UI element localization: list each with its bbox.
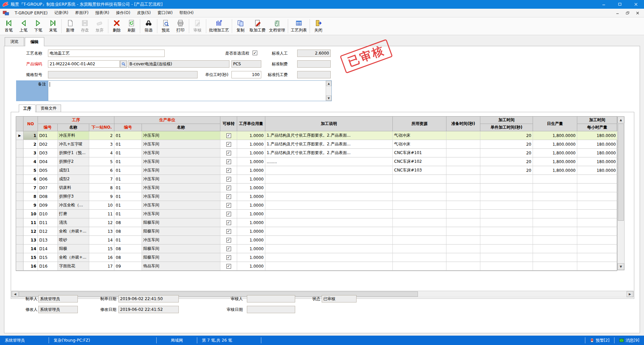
col-header-desc[interactable]: 加工说明 bbox=[265, 117, 393, 131]
toolbar-process-list-button[interactable]: 工艺列表 bbox=[289, 18, 309, 34]
status-message[interactable]: 消息[9] bbox=[614, 336, 644, 345]
col-header-unit-proc-time[interactable]: 单件加工时间(秒) bbox=[480, 124, 533, 131]
movable-checkbox[interactable]: ✓ bbox=[226, 168, 231, 173]
table-row[interactable]: 16D16字面批花1709饰品车间✓1.0000 bbox=[16, 262, 617, 271]
table-row[interactable]: 7D07切废料801冲压车间✓1.0000 bbox=[16, 184, 617, 192]
preferred-flow-checkbox[interactable]: ✓ bbox=[253, 51, 257, 55]
product-code-lookup-button[interactable] bbox=[120, 60, 127, 68]
col-group-proc-time[interactable]: 加工时间 bbox=[480, 117, 533, 124]
toolbar-new-button[interactable]: 新增 bbox=[63, 18, 77, 34]
table-row[interactable]: 5D05成型1601冲压车间✓1.0000CNC车床#103201,800.00… bbox=[16, 166, 617, 175]
col-group-process[interactable]: 工序 bbox=[38, 117, 114, 124]
scroll-right-icon[interactable]: ▶ bbox=[627, 291, 633, 297]
table-row[interactable]: 14D14阳极1508阳极车间✓1.0000 bbox=[16, 245, 617, 253]
col-header-hourly-output[interactable]: 每小时产量 bbox=[577, 124, 618, 131]
movable-checkbox[interactable]: ✓ bbox=[226, 142, 231, 147]
toolbar-nav-last-button[interactable]: 末笔 bbox=[46, 18, 60, 34]
col-header-unit-usage[interactable]: 工序单位用量 bbox=[237, 117, 265, 131]
toolbar-get-fee-button[interactable]: 取加工费 bbox=[248, 18, 267, 34]
minimize-button[interactable] bbox=[596, 0, 612, 9]
table-row[interactable]: ▶1D01冲压开料201冲压车间✓1.00001.产品结构及尺寸依工序图要求。2… bbox=[16, 131, 617, 140]
tab-browse[interactable]: 浏览 bbox=[5, 37, 24, 46]
toolbar-copy-button[interactable]: 复制 bbox=[233, 18, 248, 34]
toolbar-batch-add-button[interactable]: 批增加工艺 bbox=[207, 18, 231, 34]
menu-item-3[interactable]: 报表(R) bbox=[92, 9, 113, 17]
col-group-unit[interactable]: 生产单位 bbox=[114, 117, 220, 124]
toolbar-nav-prev-button[interactable]: 上笔 bbox=[16, 18, 31, 34]
col-header-code[interactable]: 编号 bbox=[38, 124, 58, 131]
scroll-up-icon[interactable]: ▲ bbox=[618, 117, 624, 123]
col-header-daily-output[interactable]: 日生产量 bbox=[533, 117, 577, 131]
toolbar-doc-manage-button[interactable]: 文档管理 bbox=[267, 18, 287, 34]
table-row[interactable]: 13D13喷砂1401冲压车间✓1.0000 bbox=[16, 236, 617, 245]
movable-checkbox[interactable]: ✓ bbox=[226, 255, 231, 260]
table-row[interactable]: 15D15全检（外观+...1608阳极车间✓1.0000 bbox=[16, 253, 617, 262]
movable-checkbox[interactable]: ✓ bbox=[226, 194, 231, 199]
menu-item-0[interactable]: T-GROUP ERP(E) bbox=[11, 9, 51, 17]
movable-checkbox[interactable]: ✓ bbox=[226, 186, 231, 190]
process-name-input[interactable]: 电池盖工艺 bbox=[48, 50, 165, 57]
col-header-unit-code[interactable]: 编号 bbox=[114, 124, 142, 131]
movable-checkbox[interactable]: ✓ bbox=[226, 203, 231, 208]
col-header-unit-name[interactable]: 名称 bbox=[142, 124, 220, 131]
tab-process[interactable]: 工序 bbox=[19, 105, 36, 112]
movable-checkbox[interactable]: ✓ bbox=[226, 177, 231, 182]
movable-checkbox[interactable]: ✓ bbox=[226, 133, 231, 138]
table-row[interactable]: 10D10打磨1101冲压车间✓1.0000 bbox=[16, 210, 617, 218]
movable-checkbox[interactable]: ✓ bbox=[226, 212, 231, 216]
movable-checkbox[interactable]: ✓ bbox=[226, 264, 231, 269]
maximize-button[interactable] bbox=[612, 0, 628, 9]
toolbar-print-button[interactable]: 打印 bbox=[173, 18, 188, 34]
scroll-down-icon[interactable]: ▼ bbox=[618, 263, 624, 270]
table-row[interactable]: 8D08折脚仔3901冲压车间✓1.0000 bbox=[16, 192, 617, 201]
close-window-button[interactable] bbox=[628, 0, 644, 9]
table-row[interactable]: 12D12全检（外观+...1308阳极车间✓1.0000 bbox=[16, 227, 617, 236]
col-header-name[interactable]: 名称 bbox=[58, 124, 89, 131]
table-row[interactable]: 2D02冲孔+压字唛301冲压车间✓1.00001.产品结构及尺寸依工序图要求。… bbox=[16, 140, 617, 149]
scroll-down-icon[interactable]: ▼ bbox=[326, 95, 331, 101]
toolbar-delete-button[interactable]: 删除 bbox=[109, 18, 124, 34]
col-header-movable[interactable]: 可移转 bbox=[220, 117, 237, 131]
vertical-scroll-thumb[interactable] bbox=[618, 124, 624, 221]
tab-edit[interactable]: 编辑 bbox=[25, 37, 44, 46]
scroll-up-icon[interactable]: ▲ bbox=[326, 81, 331, 86]
menu-item-7[interactable]: 帮助(H) bbox=[176, 9, 197, 17]
menu-item-6[interactable]: 窗口(W) bbox=[154, 9, 176, 17]
menu-item-5[interactable]: 皮肤(S) bbox=[134, 9, 154, 17]
movable-checkbox[interactable]: ✓ bbox=[226, 220, 231, 225]
menu-item-4[interactable]: 操作(O) bbox=[113, 9, 134, 17]
toolbar-close-button[interactable]: 关闭 bbox=[311, 18, 326, 34]
vertical-scrollbar[interactable]: ▲ ▼ bbox=[617, 116, 625, 270]
toolbar-nav-first-button[interactable]: 首笔 bbox=[1, 18, 16, 34]
menu-item-2[interactable]: 界面(F) bbox=[72, 9, 92, 17]
table-row[interactable]: 4D04折脚仔2501冲压车间✓1.0000........CNC车床#1022… bbox=[16, 157, 617, 166]
mdi-restore-button[interactable] bbox=[625, 10, 631, 16]
remark-scrollbar[interactable]: ▲ ▼ bbox=[326, 81, 331, 101]
mdi-minimize-button[interactable] bbox=[614, 10, 621, 16]
col-header-no[interactable]: NO bbox=[23, 117, 38, 131]
col-header-resource[interactable]: 所用资源 bbox=[393, 117, 446, 131]
product-code-input[interactable]: 21-M2224-00C-01-A02 bbox=[48, 60, 120, 68]
mdi-close-button[interactable] bbox=[635, 10, 641, 16]
menu-item-1[interactable]: 记录(R) bbox=[51, 9, 72, 17]
table-row[interactable]: 11D11清洗1208阳极车间✓1.0000 bbox=[16, 218, 617, 227]
col-header-next-no[interactable]: 下一站NO. bbox=[89, 124, 114, 131]
toolbar-refresh-button[interactable]: 刷新 bbox=[124, 18, 139, 34]
movable-checkbox[interactable]: ✓ bbox=[226, 159, 231, 164]
col-header-prep-time[interactable]: 准备时间(秒) bbox=[446, 117, 480, 131]
scroll-left-icon[interactable]: ◀ bbox=[12, 291, 18, 297]
status-alert[interactable]: 预警[2] bbox=[585, 336, 614, 345]
table-row[interactable]: 6D06成型2701冲压车间✓1.0000 bbox=[16, 175, 617, 184]
col-group-proc-time-2[interactable]: 加工时间 bbox=[577, 117, 618, 124]
movable-checkbox[interactable]: ✓ bbox=[226, 151, 231, 155]
toolbar-preview-button[interactable]: 预览 bbox=[158, 18, 173, 34]
toolbar-nav-next-button[interactable]: 下笔 bbox=[31, 18, 46, 34]
toolbar-filter-button[interactable]: 筛选 bbox=[141, 18, 156, 34]
unit-hours-input[interactable]: 100 bbox=[231, 71, 261, 78]
table-row[interactable]: 9D09冲压全检（...1001冲压车间✓1.0000 bbox=[16, 201, 617, 210]
remark-input[interactable]: ▲ ▼ bbox=[48, 80, 332, 101]
tab-qualification[interactable]: 资格文件 bbox=[36, 105, 61, 112]
table-row[interactable]: 3D03折脚仔1（预...401冲压车间✓1.00001.产品结构及尺寸依工序图… bbox=[16, 149, 617, 157]
movable-checkbox[interactable]: ✓ bbox=[226, 229, 231, 234]
movable-checkbox[interactable]: ✓ bbox=[226, 247, 231, 251]
